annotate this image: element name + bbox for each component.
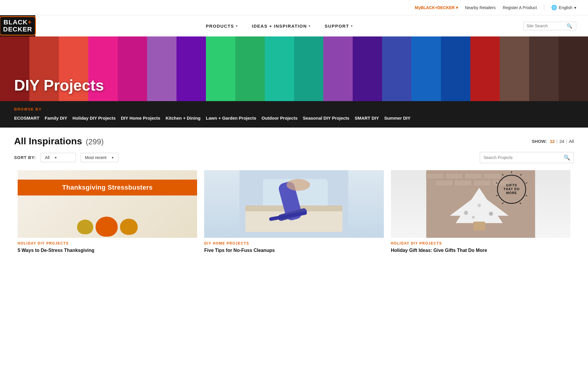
- card-image: [204, 170, 384, 238]
- hero-banner: DIY Projects: [0, 36, 588, 101]
- cards-grid: Thanksgiving Stressbusters HOLIDAY DIY P…: [0, 170, 588, 263]
- card-title: Five Tips for No-Fuss Cleanups: [204, 247, 384, 254]
- browse-link-2[interactable]: Holiday DIY Projects: [73, 114, 121, 122]
- browse-link-7[interactable]: Seasonal DIY Projects: [303, 114, 355, 122]
- browse-by-section: BROWSE BY ECOSMARTFamily DIYHoliday DIY …: [0, 101, 588, 128]
- inspirations-title-wrap: All Inspirations (299): [14, 136, 104, 147]
- card-image-wrap: [204, 170, 384, 238]
- show-options: SHOW: 12 | 24 | All: [532, 139, 574, 144]
- top-bar: MyBLACK+DECKER ▾ Nearby Retailers Regist…: [0, 0, 588, 15]
- search-icon[interactable]: 🔍: [567, 23, 572, 29]
- browse-link-4[interactable]: Kitchen + Dining: [166, 114, 206, 122]
- search-projects-input[interactable]: [484, 155, 561, 160]
- chevron-down-icon: ▼: [54, 156, 57, 159]
- chevron-down-icon: ▾: [309, 24, 311, 28]
- page-title: DIY Projects: [14, 76, 104, 94]
- show-12[interactable]: 12: [550, 139, 555, 144]
- svg-rect-11: [464, 173, 482, 179]
- logo-line1: BLACK+: [3, 19, 32, 26]
- language-selector[interactable]: 🌐 English ▾: [551, 5, 576, 10]
- chevron-down-icon: ▼: [111, 156, 114, 159]
- svg-text:THAT DO: THAT DO: [503, 187, 519, 191]
- svg-rect-12: [484, 173, 501, 179]
- inspirations-header: All Inspirations (299) SHOW: 12 | 24 | A…: [0, 128, 588, 152]
- card-holiday-gifts[interactable]: GIFTS THAT DO MORE HOLIDAY DIY PROJECTS …: [391, 170, 570, 254]
- card-cleanups[interactable]: DIY HOME PROJECTS Five Tips for No-Fuss …: [204, 170, 384, 254]
- svg-rect-9: [426, 173, 444, 179]
- svg-text:MORE: MORE: [506, 191, 517, 195]
- logo-border: BLACK+ DECKER: [0, 16, 36, 36]
- chevron-down-icon: ▾: [236, 24, 238, 28]
- holiday-illustration: GIFTS THAT DO MORE: [391, 170, 570, 238]
- browse-link-9[interactable]: Summer DIY: [384, 114, 416, 122]
- divider: [544, 4, 544, 11]
- browse-link-5[interactable]: Lawn + Garden Projects: [206, 114, 261, 122]
- inspirations-title: All Inspirations: [14, 136, 82, 146]
- chevron-down-icon: ▾: [351, 24, 353, 28]
- lang-label: English: [559, 5, 572, 10]
- lang-arrow: ▾: [574, 5, 576, 10]
- mybd-link[interactable]: MyBLACK+DECKER ▾: [415, 5, 458, 10]
- browse-link-1[interactable]: Family DIY: [45, 114, 73, 122]
- card-image: GIFTS THAT DO MORE: [391, 170, 570, 238]
- logo-text: BLACK+ DECKER: [3, 19, 32, 33]
- inspirations-count: (299): [86, 137, 104, 146]
- show-24[interactable]: 24: [559, 139, 564, 144]
- filter-selected: Most recent: [85, 155, 106, 160]
- browse-links: ECOSMARTFamily DIYHoliday DIY ProjectsDI…: [14, 114, 574, 122]
- browse-link-0[interactable]: ECOSMART: [14, 114, 45, 122]
- show-sep-2: |: [566, 139, 567, 144]
- card-image-wrap: Thanksgiving Stressbusters: [18, 170, 197, 238]
- register-link[interactable]: Register A Product: [503, 5, 537, 10]
- svg-text:GIFTS: GIFTS: [506, 183, 517, 187]
- sort-all-dropdown[interactable]: All ▼: [41, 153, 76, 162]
- browse-label: BROWSE BY: [14, 107, 574, 111]
- svg-rect-19: [473, 222, 485, 230]
- show-label: SHOW:: [532, 139, 547, 144]
- logo[interactable]: BLACK+ DECKER: [0, 15, 35, 36]
- card-thanksgiving[interactable]: Thanksgiving Stressbusters HOLIDAY DIY P…: [18, 170, 197, 254]
- card-category: HOLIDAY DIY PROJECTS: [391, 241, 570, 245]
- card-image-wrap: GIFTS THAT DO MORE: [391, 170, 570, 238]
- nav-ideas[interactable]: IDEAS + INSPIRATION ▾: [245, 24, 318, 29]
- card-decorations: [18, 217, 197, 238]
- svg-point-22: [489, 212, 493, 216]
- header: BLACK+ DECKER PRODUCTS ▾ IDEAS + INSPIRA…: [0, 15, 588, 36]
- browse-link-6[interactable]: Outdoor Projects: [261, 114, 303, 122]
- browse-link-8[interactable]: SMART DIY: [355, 114, 384, 122]
- sort-label: SORT BY:: [14, 155, 36, 160]
- site-search-input[interactable]: [527, 24, 565, 28]
- vacuum-illustration: [204, 170, 384, 238]
- svg-rect-14: [454, 180, 472, 186]
- nav-products[interactable]: PRODUCTS ▾: [199, 24, 245, 29]
- nav-support[interactable]: SUPPORT ▾: [318, 24, 360, 29]
- project-search-wrap[interactable]: 🔍: [480, 152, 574, 163]
- show-all[interactable]: All: [569, 139, 574, 144]
- card-title: Holiday Gift Ideas: Give Gifts That Do M…: [391, 247, 570, 254]
- sort-recent-dropdown[interactable]: Most recent ▼: [81, 153, 119, 162]
- globe-icon: 🌐: [551, 5, 557, 10]
- card-image: Thanksgiving Stressbusters: [18, 170, 197, 238]
- svg-point-7: [286, 179, 310, 191]
- sort-selected: All: [45, 155, 50, 160]
- card-title: 5 Ways to De-Stress Thanksgiving: [18, 247, 197, 254]
- browse-link-3[interactable]: DIY Home Projects: [121, 114, 166, 122]
- svg-rect-13: [435, 180, 453, 186]
- retailers-link[interactable]: Nearby Retailers: [465, 5, 496, 10]
- svg-point-20: [464, 211, 468, 215]
- svg-rect-10: [445, 173, 463, 179]
- logo-line2: DECKER: [3, 26, 32, 33]
- card-category: HOLIDAY DIY PROJECTS: [18, 241, 197, 245]
- svg-point-23: [472, 216, 475, 219]
- main-nav: PRODUCTS ▾ IDEAS + INSPIRATION ▾ SUPPORT…: [45, 24, 514, 29]
- svg-rect-15: [473, 180, 491, 186]
- site-search-wrap[interactable]: 🔍: [523, 22, 576, 30]
- search-icon[interactable]: 🔍: [564, 154, 570, 161]
- card-category: DIY HOME PROJECTS: [204, 241, 384, 245]
- svg-point-21: [477, 204, 481, 207]
- card-banner: Thanksgiving Stressbusters: [18, 180, 197, 195]
- show-sep-1: |: [557, 139, 558, 144]
- filter-bar: SORT BY: All ▼ Most recent ▼ 🔍: [0, 152, 588, 170]
